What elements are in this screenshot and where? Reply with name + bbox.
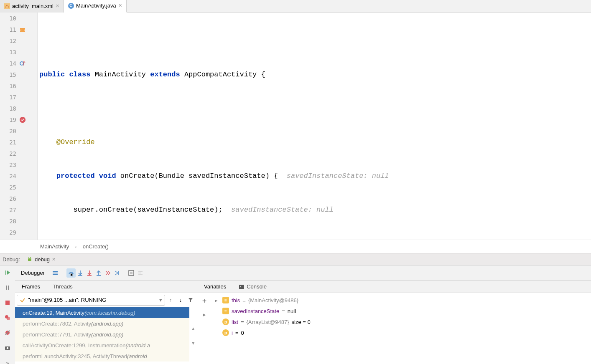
run-to-cursor-button[interactable]	[112, 268, 122, 278]
code-line: protected void onCreate(Bundle savedInst…	[38, 170, 591, 182]
gutter[interactable]: 10 11 12 13 14 15 16 17 18 19 20 21 22 2…	[0, 13, 38, 240]
gutter-line: 21	[0, 136, 37, 148]
breadcrumb-item[interactable]: onCreate()	[83, 243, 109, 250]
tab-label: MainActivity.java	[76, 3, 116, 9]
resume-button[interactable]	[3, 268, 12, 277]
thread-selector-row: "main"@9,105 ...ain": RUNNING ▾ ↑ ↓	[15, 293, 197, 307]
variable-row[interactable]: p list = {ArrayList@9487} size = 0	[211, 316, 591, 327]
variables-panel: Variables Console + ▸ ▸≡ this = {MainAct…	[197, 281, 591, 364]
close-icon[interactable]: ✕	[52, 257, 56, 262]
gutter-line: 13	[0, 46, 37, 58]
svg-rect-7	[5, 270, 6, 275]
thread-name: "main"@9,105 ...ain": RUNNING	[28, 297, 106, 303]
gutter-line: 16	[0, 80, 37, 91]
gutter-line: 19	[0, 114, 37, 125]
android-icon	[27, 256, 33, 262]
expand-all-button[interactable]: ▸	[200, 310, 209, 319]
gutter-line: 15	[0, 69, 37, 80]
tab-console[interactable]: Console	[239, 283, 267, 290]
scrollbar[interactable]: ▴▾	[189, 307, 197, 364]
svg-point-2	[20, 62, 23, 65]
svg-rect-27	[129, 270, 134, 276]
more-icon[interactable]: »	[3, 358, 12, 364]
add-watch-button[interactable]: +	[200, 296, 209, 306]
tab-main-activity-java[interactable]: C MainActivity.java ✕	[64, 0, 127, 13]
tab-variables[interactable]: Variables	[204, 283, 226, 290]
frame-item[interactable]: performLaunchActivity:3245, ActivityThre…	[15, 351, 189, 361]
code-editor: 10 11 12 13 14 15 16 17 18 19 20 21 22 2…	[0, 13, 591, 240]
cursor-icon	[70, 273, 74, 277]
svg-point-16	[7, 347, 9, 349]
class-gutter-icon	[20, 27, 25, 33]
gutter-line: 22	[0, 148, 37, 159]
gutter-line: 27	[0, 204, 37, 215]
gutter-line: 10	[0, 13, 37, 24]
step-into-button[interactable]	[76, 268, 85, 278]
gutter-line: 25	[0, 182, 37, 193]
view-breakpoints-button[interactable]	[3, 313, 12, 322]
filter-button[interactable]	[186, 296, 195, 305]
step-out-button[interactable]	[94, 268, 103, 278]
evaluate-expression-button[interactable]	[127, 268, 136, 278]
gutter-line: 12	[0, 35, 37, 46]
variable-row[interactable]: p i = 0	[211, 327, 591, 338]
prev-frame-button[interactable]: ↑	[166, 296, 175, 305]
gutter-line: 11	[0, 24, 37, 35]
frame-item[interactable]: onCreate:19, MainActivity (com.lucashu.d…	[15, 307, 189, 318]
svg-rect-9	[8, 286, 9, 290]
gutter-line: 23	[0, 159, 37, 170]
debug-config-name: debug	[35, 256, 50, 263]
force-step-into-button[interactable]	[85, 268, 94, 278]
close-icon[interactable]: ✕	[56, 3, 59, 9]
debug-toolbar: Debugger	[15, 265, 591, 281]
frame-item[interactable]: performCreate:7791, Activity (android.ap…	[15, 329, 189, 340]
debugger-label[interactable]: Debugger	[15, 270, 51, 276]
xml-file-icon	[4, 3, 10, 9]
mute-breakpoints-button[interactable]	[3, 328, 12, 337]
breadcrumb[interactable]: MainActivity › onCreate()	[0, 240, 591, 253]
tab-frames[interactable]: Frames	[22, 283, 40, 290]
breadcrumb-item[interactable]: MainActivity	[40, 243, 69, 250]
variables-list[interactable]: ▸≡ this = {MainActivity@9486}≡ savedInst…	[211, 293, 591, 364]
gutter-line: 14	[0, 58, 37, 69]
pause-button[interactable]	[3, 283, 12, 292]
tab-label: activity_main.xml	[12, 3, 53, 9]
stop-button[interactable]	[3, 298, 12, 307]
gutter-line: 26	[0, 193, 37, 204]
drop-frame-button[interactable]	[103, 268, 112, 278]
gutter-line: 24	[0, 170, 37, 182]
vars-toolbar: + ▸	[197, 293, 211, 364]
trace-button[interactable]	[136, 268, 145, 278]
breadcrumb-separator: ›	[75, 243, 76, 250]
variable-row[interactable]: ▸≡ this = {MainActivity@9486}	[211, 295, 591, 306]
show-execution-point-button[interactable]	[51, 268, 60, 278]
frames-panel: Frames Threads "main"@9,105 ...ain": RUN…	[15, 281, 197, 364]
breakpoint-icon[interactable]	[20, 117, 25, 123]
svg-point-6	[30, 257, 31, 258]
frame-item[interactable]: callActivityOnCreate:1299, Instrumentati…	[15, 340, 189, 351]
thread-combo[interactable]: "main"@9,105 ...ain": RUNNING ▾	[17, 295, 165, 306]
debug-config-tab[interactable]: debug ✕	[23, 253, 59, 265]
java-class-icon: C	[68, 3, 74, 9]
camera-button[interactable]	[3, 343, 12, 352]
override-icon[interactable]	[20, 61, 25, 66]
svg-rect-33	[239, 285, 244, 289]
variable-row[interactable]: ≡ savedInstanceState = null	[211, 306, 591, 316]
tab-threads[interactable]: Threads	[53, 283, 73, 290]
debug-body: Frames Threads "main"@9,105 ...ain": RUN…	[15, 281, 591, 364]
gutter-line: 17	[0, 91, 37, 103]
gutter-line: 20	[0, 125, 37, 136]
tab-activity-main-xml[interactable]: activity_main.xml ✕	[0, 0, 64, 13]
debug-sidebar: »	[0, 265, 15, 364]
code-line: setContentView(R.layout.activity_main);	[38, 238, 591, 240]
frame-item[interactable]: performCreate:7802, Activity (android.ap…	[15, 318, 189, 329]
step-over-button[interactable]	[66, 268, 76, 278]
close-icon[interactable]: ✕	[118, 3, 122, 8]
svg-point-12	[7, 317, 10, 320]
code-area[interactable]: public class MainActivity extends AppCom…	[38, 13, 591, 240]
gutter-line: 29	[0, 227, 37, 238]
svg-rect-1	[20, 28, 25, 32]
chevron-down-icon: ▾	[159, 297, 162, 303]
next-frame-button[interactable]: ↓	[176, 296, 185, 305]
frame-list[interactable]: onCreate:19, MainActivity (com.lucashu.d…	[15, 307, 189, 364]
